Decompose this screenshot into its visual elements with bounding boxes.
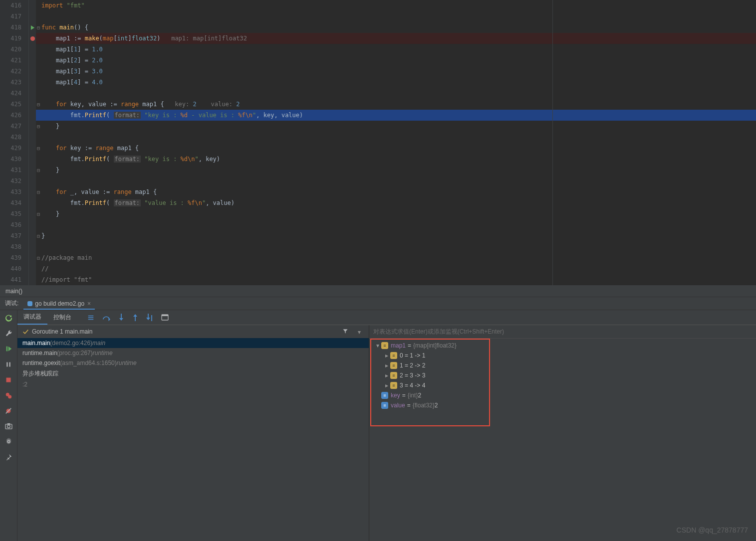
- step-toolbar: [87, 314, 169, 321]
- show-execution-point-icon[interactable]: [87, 314, 94, 321]
- stack-frame[interactable]: runtime.main (proc.go:267) runtime: [17, 348, 369, 358]
- run-to-cursor-icon[interactable]: [146, 314, 153, 321]
- breadcrumb[interactable]: main(): [0, 286, 756, 297]
- step-out-icon[interactable]: [132, 314, 138, 321]
- goroutine-label: Goroutine 1 main.main: [32, 328, 92, 335]
- svg-rect-1: [6, 347, 7, 352]
- step-into-icon[interactable]: [118, 314, 124, 321]
- stack-frame[interactable]: :2: [17, 379, 369, 389]
- debug-toolwindow: 调试器 控制台 Goroutine 1 main.main: [0, 310, 756, 541]
- variable-node[interactable]: ▸≡3 = 4 -> 4: [371, 380, 754, 390]
- view-breakpoints-button[interactable]: [3, 389, 14, 401]
- debug-toolwindow-header: 调试: go build demo2.go ×: [0, 297, 756, 310]
- stop-button[interactable]: [3, 374, 14, 385]
- svg-point-0: [30, 36, 34, 40]
- evaluate-expression-icon[interactable]: [161, 314, 169, 321]
- stack-frame[interactable]: runtime.goexit (asm_amd64.s:1650) runtim…: [17, 358, 369, 368]
- svg-rect-2: [6, 362, 7, 366]
- variables-tree[interactable]: ▾≡map1={map[int]float32} ▸≡0 = 1 -> 1▸≡1…: [371, 341, 754, 410]
- svg-point-6: [8, 395, 11, 398]
- camera-icon[interactable]: [3, 420, 14, 432]
- check-icon: [22, 329, 29, 335]
- variable-node[interactable]: ▾≡map1={map[int]float32}: [371, 341, 754, 351]
- gutter-marker-column[interactable]: [29, 0, 36, 285]
- svg-rect-18: [162, 315, 168, 316]
- tab-debugger[interactable]: 调试器: [17, 310, 47, 325]
- debug-title-label: 调试:: [0, 297, 23, 310]
- step-over-icon[interactable]: [102, 314, 110, 321]
- code-area[interactable]: import "fmt"⊟func main() { map1 := make(…: [36, 0, 756, 285]
- pause-button[interactable]: [3, 359, 14, 370]
- breadcrumb-item[interactable]: main(): [5, 288, 22, 295]
- watch-placeholder: 对表达式求值(Enter)或添加监视(Ctrl+Shift+Enter): [373, 328, 504, 336]
- stack-frame[interactable]: 异步堆栈跟踪: [17, 368, 369, 379]
- chevron-down-icon[interactable]: ▾: [358, 329, 361, 336]
- run-config-icon: [27, 301, 32, 306]
- mute-breakpoints-button[interactable]: [3, 405, 14, 416]
- close-icon[interactable]: ×: [87, 300, 91, 307]
- goroutine-selector[interactable]: Goroutine 1 main.main ▾: [17, 325, 369, 338]
- variable-node[interactable]: ≡value={float32} 2: [371, 400, 754, 410]
- wrench-icon[interactable]: [3, 328, 14, 339]
- run-config-name: go build demo2.go: [35, 300, 84, 307]
- svg-rect-4: [6, 377, 11, 382]
- variables-panel: 对表达式求值(Enter)或添加监视(Ctrl+Shift+Enter) ▾≡m…: [369, 325, 756, 541]
- debug-action-rail: [0, 310, 17, 541]
- filter-icon[interactable]: [342, 328, 348, 334]
- right-margin-guide: [552, 0, 553, 285]
- watch-input[interactable]: 对表达式求值(Enter)或添加监视(Ctrl+Shift+Enter): [369, 325, 756, 339]
- variable-node[interactable]: ▸≡1 = 2 -> 2: [371, 361, 754, 370]
- frames-list[interactable]: main.main (demo2.go:426) mainruntime.mai…: [17, 338, 369, 541]
- rerun-button[interactable]: [3, 312, 14, 324]
- debugger-tabbar: 调试器 控制台: [17, 310, 756, 325]
- frames-panel: Goroutine 1 main.main ▾ main.main (demo2…: [17, 325, 369, 541]
- stack-frame[interactable]: main.main (demo2.go:426) main: [17, 338, 369, 348]
- variable-node[interactable]: ≡key={int} 2: [371, 390, 754, 400]
- settings-icon[interactable]: [3, 436, 14, 447]
- run-configuration-tab[interactable]: go build demo2.go ×: [23, 299, 95, 310]
- svg-rect-3: [9, 362, 10, 366]
- watermark: CSDN @qq_27878777: [677, 526, 748, 534]
- svg-rect-11: [7, 423, 10, 425]
- tab-console[interactable]: 控制台: [47, 311, 77, 324]
- pin-icon[interactable]: [3, 451, 14, 463]
- code-editor[interactable]: 4164174184194204214224234244254264274284…: [0, 0, 756, 286]
- variable-node[interactable]: ▸≡0 = 1 -> 1: [371, 351, 754, 361]
- svg-point-10: [7, 425, 10, 428]
- resume-button[interactable]: [3, 343, 14, 355]
- line-number-gutter[interactable]: 4164174184194204214224234244254264274284…: [0, 0, 29, 285]
- variable-node[interactable]: ▸≡2 = 3 -> 3: [371, 370, 754, 380]
